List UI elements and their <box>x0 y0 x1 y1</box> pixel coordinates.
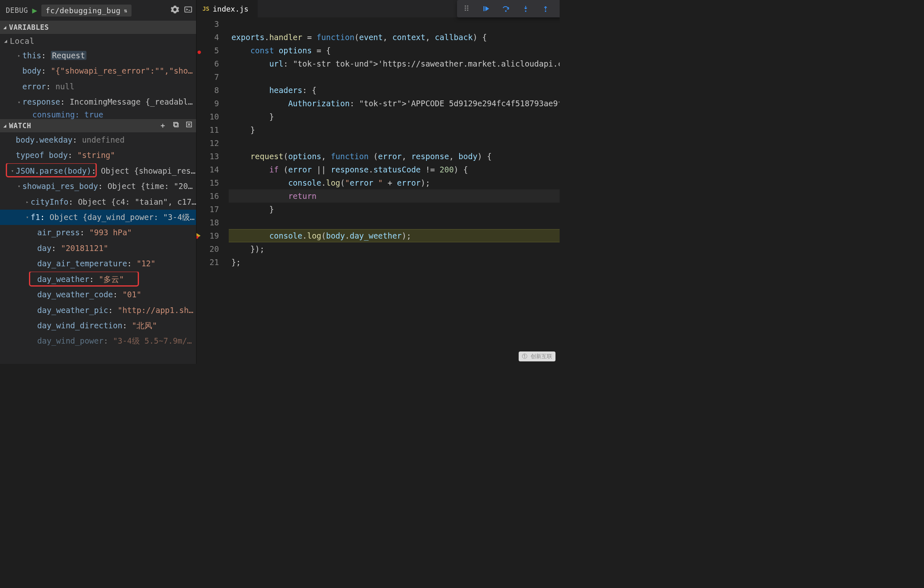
debug-console-icon[interactable] <box>184 5 193 16</box>
add-watch-icon[interactable]: ＋ <box>159 121 167 130</box>
watch-row[interactable]: day_wind_power: "3-4级 5.5~7.9m/… <box>0 333 196 349</box>
chevron-icon: ▾ <box>24 214 31 221</box>
step-into-icon[interactable] <box>522 5 530 13</box>
svg-point-5 <box>505 10 507 12</box>
chevron-down-icon: ▾ <box>16 99 22 106</box>
watch-row[interactable]: ▾JSON.parse(body): Object {showapi_res… <box>0 163 196 179</box>
watch-title: WATCH <box>9 122 31 130</box>
chevron-icon: ▸ <box>24 198 31 206</box>
step-over-icon[interactable] <box>502 5 510 13</box>
editor-area: JS index.js ⠿ 345●6789101112131415161718… <box>196 0 560 364</box>
watch-body: body.weekday: undefinedtypeof body: "str… <box>0 132 196 364</box>
remove-all-icon[interactable] <box>185 121 193 130</box>
debug-toolbar-top: DEBUG ▶ fc/debugging_bug ⇅ <box>0 0 196 21</box>
watch-row[interactable]: day_weather: "多云" <box>0 272 196 287</box>
watch-row[interactable]: day_air_temperature: "12" <box>0 256 196 271</box>
collapse-all-icon[interactable] <box>172 121 180 130</box>
debug-float-toolbar[interactable]: ⠿ <box>457 0 560 17</box>
variables-title: VARIABLES <box>9 23 49 31</box>
watch-row[interactable]: day_wind_direction: "北风" <box>0 318 196 333</box>
svg-point-6 <box>525 10 527 12</box>
variables-section-header[interactable]: ◢ VARIABLES <box>0 21 196 34</box>
code-body[interactable]: exports.handler = function(event, contex… <box>229 17 560 364</box>
local-label: Local <box>10 36 35 45</box>
variables-body: ▸ this: Request body: "{"showapi_res_err… <box>0 48 196 119</box>
continue-icon[interactable] <box>482 5 490 13</box>
variable-row[interactable]: ▾ response: IncomingMessage {_readabl… <box>0 94 196 110</box>
tab-filename: index.js <box>213 5 249 13</box>
svg-rect-0 <box>185 7 192 12</box>
chevron-down-icon: ◢ <box>3 24 7 30</box>
variable-row[interactable]: error: null <box>0 79 196 94</box>
svg-rect-2 <box>175 123 178 127</box>
chevron-icon: ▾ <box>16 183 22 190</box>
chevron-updown-icon: ⇅ <box>124 7 127 14</box>
watch-row[interactable]: body.weekday: undefined <box>0 132 196 148</box>
step-out-icon[interactable] <box>541 5 550 13</box>
start-debug-icon[interactable]: ▶ <box>32 5 38 15</box>
debug-label: DEBUG <box>6 6 28 14</box>
line-gutter[interactable]: 345●678910111213141516171819●2021 <box>196 17 229 364</box>
debug-config-select[interactable]: fc/debugging_bug ⇅ <box>41 5 132 17</box>
chevron-down-icon: ◢ <box>4 38 7 44</box>
chevron-right-icon: ▸ <box>16 52 22 59</box>
svg-rect-1 <box>174 122 177 126</box>
watch-row[interactable]: day: "20181121" <box>0 241 196 256</box>
watch-row[interactable]: ▸cityInfo: Object {c4: "taian", c17… <box>0 194 196 210</box>
watch-row[interactable]: typeof body: "string" <box>0 148 196 163</box>
watch-row[interactable]: day_weather_code: "01" <box>0 287 196 302</box>
watch-row[interactable]: air_press: "993 hPa" <box>0 225 196 240</box>
tab-indexjs[interactable]: JS index.js <box>196 0 258 17</box>
drag-handle-icon[interactable]: ⠿ <box>462 5 470 13</box>
svg-rect-4 <box>484 6 484 11</box>
svg-point-7 <box>545 10 546 12</box>
chevron-icon: ▾ <box>9 167 16 174</box>
chevron-down-icon: ◢ <box>3 123 7 129</box>
debug-config-name: fc/debugging_bug <box>45 6 120 15</box>
variable-row[interactable]: ▸ this: Request <box>0 48 196 63</box>
local-scope-header[interactable]: ◢ Local <box>0 34 196 48</box>
variable-row-cut: consuming: true <box>0 110 196 119</box>
watch-row[interactable]: day_weather_pic: "http://app1.sh… <box>0 303 196 318</box>
code-editor[interactable]: 345●678910111213141516171819●2021 export… <box>196 17 560 364</box>
watch-row[interactable]: ▾showapi_res_body: Object {time: "20… <box>0 179 196 194</box>
watch-section-header[interactable]: ◢ WATCH ＋ <box>0 119 196 132</box>
debug-sidebar: DEBUG ▶ fc/debugging_bug ⇅ ◢ VARIABLES ◢… <box>0 0 196 364</box>
variable-row[interactable]: body: "{"showapi_res_error":"","sho… <box>0 63 196 79</box>
gear-icon[interactable] <box>170 5 180 16</box>
watch-row[interactable]: ▾f1: Object {day_wind_power: "3-4级… <box>0 210 196 225</box>
watermark-badge: ① 创新互联 <box>519 351 555 361</box>
js-file-icon: JS <box>202 5 209 12</box>
